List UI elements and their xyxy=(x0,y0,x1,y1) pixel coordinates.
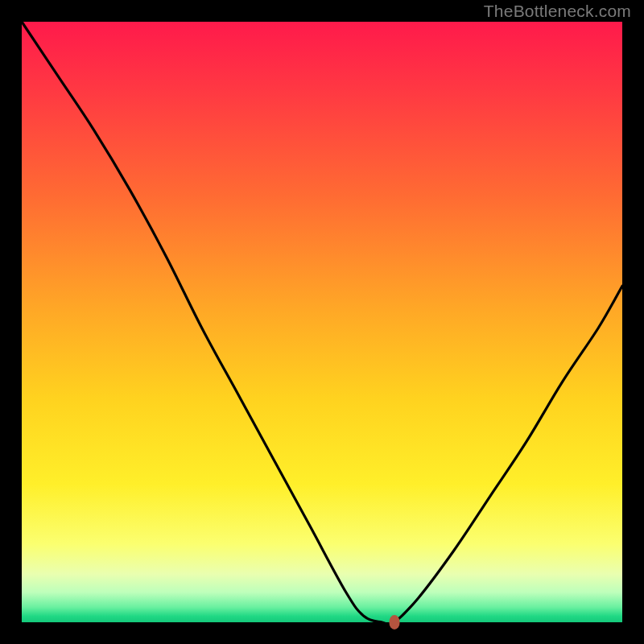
attribution-text: TheBottleneck.com xyxy=(484,2,631,21)
chart-frame: TheBottleneck.com xyxy=(0,0,644,644)
plot-area xyxy=(22,22,622,622)
bottleneck-curve xyxy=(22,22,622,622)
optimum-marker xyxy=(389,615,399,630)
